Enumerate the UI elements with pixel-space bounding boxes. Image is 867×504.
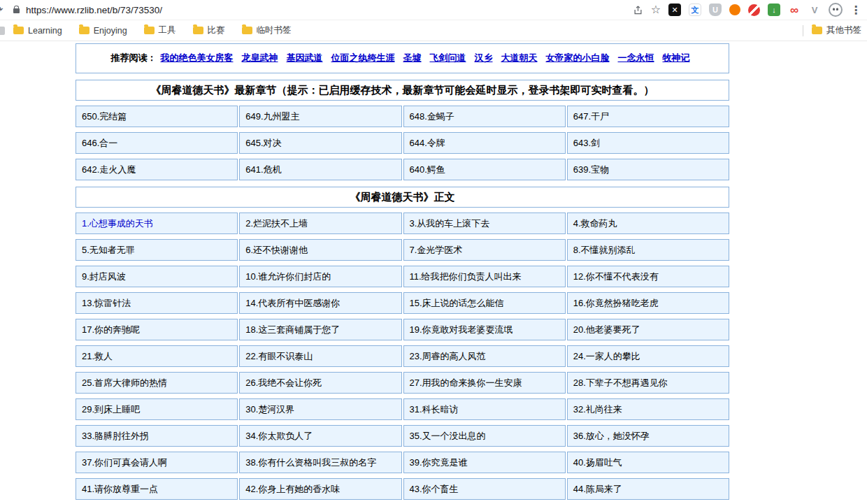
chapter-link[interactable]: 19.你竟敢对我老婆耍流氓	[403, 319, 566, 340]
chapter-link[interactable]: 36.放心，她没怀孕	[567, 425, 729, 447]
chapter-link[interactable]: 1.心想事成的天书	[76, 213, 238, 234]
chapter-link[interactable]: 24.一家人的攀比	[567, 345, 729, 367]
chapter-link[interactable]: 646.合一	[76, 132, 238, 154]
chapter-link[interactable]: 33.胳膊肘往外拐	[76, 425, 238, 447]
chapter-link[interactable]: 29.到床上睡吧	[76, 398, 238, 420]
recommend-link[interactable]: 龙皇武神	[242, 52, 278, 63]
chapter-link[interactable]: 42.你身上有她的香水味	[239, 478, 401, 500]
bookmark-folder-item[interactable]: 临时书签	[242, 24, 292, 36]
chapter-link[interactable]: 5.无知者无罪	[76, 239, 238, 261]
browser-toolbar: ⟳ https://www.rzlib.net/b/73/73530/ ☆ ✕ …	[0, 0, 867, 20]
download-extension-icon[interactable]: ↓	[768, 3, 780, 16]
adblock-extension-icon[interactable]	[748, 4, 760, 16]
chapter-link[interactable]: 22.有眼不识泰山	[239, 345, 401, 367]
recommend-link[interactable]: 圣墟	[403, 52, 422, 63]
chapter-link[interactable]: 15.床上说的话怎么能信	[403, 292, 566, 314]
chapter-link[interactable]: 14.代表所有中医感谢你	[239, 292, 401, 314]
chapter-link[interactable]: 642.走火入魔	[76, 159, 238, 180]
address-bar[interactable]: https://www.rzlib.net/b/73/73530/	[13, 5, 633, 15]
shield-extension-icon[interactable]: U	[709, 3, 722, 16]
chapter-link[interactable]: 643.剑	[567, 132, 729, 154]
recommend-link[interactable]: 一念永恒	[618, 52, 654, 63]
lock-icon[interactable]	[13, 8, 20, 13]
chapter-link[interactable]: 641.危机	[239, 159, 401, 180]
chapter-link[interactable]: 20.他老婆要死了	[567, 319, 729, 340]
chapter-link[interactable]: 7.金光学医术	[403, 239, 566, 261]
chapter-link[interactable]: 27.用我的命来换你一生安康	[403, 372, 566, 394]
chapter-link[interactable]: 21.救人	[76, 345, 238, 367]
chapter-link[interactable]: 39.你究竟是谁	[403, 452, 566, 473]
chapter-link[interactable]: 37.你们可真会请人啊	[76, 452, 238, 473]
chapter-link[interactable]: 650.完结篇	[76, 106, 238, 127]
chapter-link[interactable]: 31.科长暗访	[403, 398, 566, 420]
recommend-link[interactable]: 位面之纨绔生涯	[331, 52, 395, 63]
chapter-link[interactable]: 8.不懂就别添乱	[567, 239, 729, 261]
v-extension-icon[interactable]: V	[808, 3, 821, 16]
chapter-link[interactable]: 41.请你放尊重一点	[76, 478, 238, 500]
share-icon[interactable]	[633, 5, 643, 15]
recommend-link[interactable]: 汉乡	[475, 52, 493, 63]
chapter-link[interactable]: 9.封店风波	[76, 266, 238, 287]
chapter-link[interactable]: 34.你太欺负人了	[239, 425, 401, 447]
bookmark-folder-item[interactable]: Enjoying	[79, 26, 127, 36]
chapter-link[interactable]: 648.金蝎子	[403, 106, 566, 127]
folder-icon	[13, 27, 24, 34]
orange-extension-icon[interactable]	[729, 4, 740, 15]
chapter-link[interactable]: 639.宝物	[567, 159, 729, 180]
infinity-extension-icon[interactable]: ∞	[788, 3, 801, 16]
chapter-link[interactable]: 43.你个畜生	[403, 478, 566, 500]
chapter-link[interactable]: 12.你不懂不代表没有	[567, 266, 729, 287]
recommend-link[interactable]: 大道朝天	[501, 52, 538, 63]
chapter-link[interactable]: 4.救命药丸	[567, 213, 729, 234]
chapter-link[interactable]: 26.我绝不会让你死	[239, 372, 401, 394]
chapter-link[interactable]: 11.给我把你们负责人叫出来	[403, 266, 566, 287]
chapter-link[interactable]: 40.扬眉吐气	[567, 452, 729, 473]
chapter-link[interactable]: 25.首席大律师的热情	[76, 372, 238, 394]
folder-icon	[144, 27, 155, 34]
folder-icon	[193, 27, 203, 34]
chapter-link[interactable]: 18.这三套商铺属于您了	[239, 319, 401, 340]
partial-bookmark-icon[interactable]	[0, 27, 5, 35]
recommend-link[interactable]: 飞剑问道	[430, 52, 466, 63]
chapter-link[interactable]: 645.对决	[239, 132, 401, 154]
profile-avatar[interactable]	[829, 3, 843, 17]
chapter-link[interactable]: 647.干尸	[567, 106, 729, 127]
bookmark-label: 临时书签	[257, 24, 292, 36]
chapter-link[interactable]: 23.周睿的高人风范	[403, 345, 566, 367]
translate-extension-icon[interactable]: 文	[689, 3, 701, 16]
recommend-link[interactable]: 女帝家的小白脸	[546, 52, 610, 63]
extension-x-icon[interactable]: ✕	[668, 3, 681, 16]
chapter-link[interactable]: 38.你有什么资格叫我三叔的名字	[239, 452, 401, 473]
recommend-link[interactable]: 我的绝色美女房客	[161, 52, 234, 63]
chapter-link[interactable]: 35.又一个没出息的	[403, 425, 566, 447]
chapter-link[interactable]: 6.还不快谢谢他	[239, 239, 401, 261]
chapter-link[interactable]: 17.你的奔驰呢	[76, 319, 238, 340]
bookmarks-separator	[803, 25, 803, 36]
reload-icon[interactable]: ⟳	[0, 3, 7, 16]
chapter-link[interactable]: 2.烂泥扶不上墙	[239, 213, 401, 234]
browser-menu-icon[interactable]: ⋮	[850, 3, 861, 17]
recommend-links: 我的绝色美女房客龙皇武神基因武道位面之纨绔生涯圣墟飞剑问道汉乡大道朝天女帝家的小…	[157, 52, 694, 63]
bookmark-folder-item[interactable]: 工具	[144, 24, 176, 36]
recommend-link[interactable]: 牧神记	[663, 52, 690, 63]
other-bookmarks-button[interactable]: 其他书签	[812, 24, 861, 36]
chapter-link[interactable]: 30.楚河汉界	[239, 398, 401, 420]
bookmark-star-icon[interactable]: ☆	[651, 4, 661, 15]
chapter-link[interactable]: 44.陈局来了	[567, 478, 729, 500]
bookmark-folder-item[interactable]: Learning	[13, 26, 62, 36]
url-text[interactable]: https://www.rzlib.net/b/73/73530/	[26, 5, 162, 15]
bookmark-items: Learning Enjoying 工具 比赛 临时书签	[13, 24, 292, 36]
chapter-link[interactable]: 28.下辈子不想再遇见你	[567, 372, 729, 394]
chapter-grid: 1.心想事成的天书2.烂泥扶不上墙3.从我的车上滚下去4.救命药丸5.无知者无罪…	[76, 213, 729, 500]
chapter-link[interactable]: 644.令牌	[403, 132, 566, 154]
chapter-link[interactable]: 13.惊雷针法	[76, 292, 238, 314]
bookmark-folder-item[interactable]: 比赛	[193, 24, 225, 36]
chapter-link[interactable]: 3.从我的车上滚下去	[403, 213, 566, 234]
chapter-link[interactable]: 649.九州盟主	[239, 106, 401, 127]
chapter-link[interactable]: 32.礼尚往来	[567, 398, 729, 420]
chapter-link[interactable]: 640.鳄鱼	[403, 159, 566, 180]
chapter-link[interactable]: 16.你竟然扮猪吃老虎	[567, 292, 729, 314]
recommend-link[interactable]: 基因武道	[287, 52, 323, 63]
chapter-link[interactable]: 10.谁允许你们封店的	[239, 266, 401, 287]
latest-chapters-header: 《周睿道德天书》最新章节（提示：已启用缓存技术，最新章节可能会延时显示，登录书架…	[76, 80, 729, 101]
